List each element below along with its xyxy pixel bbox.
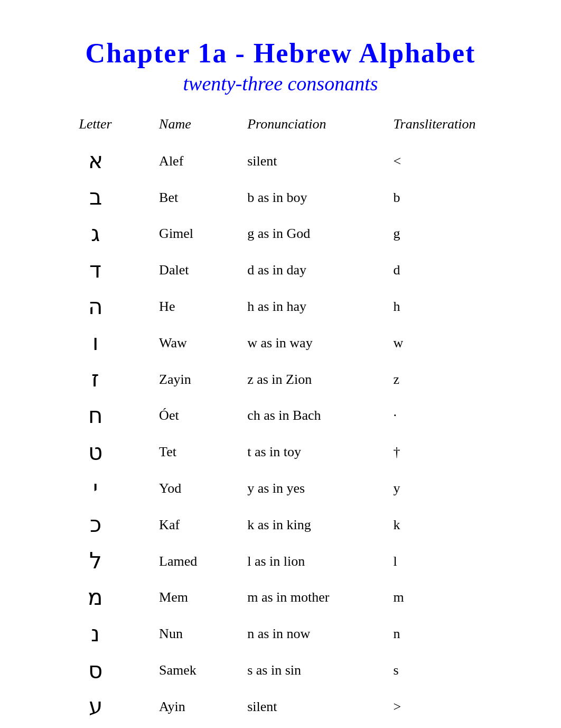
cell-letter: ו (32, 325, 138, 361)
cell-pronunciation: w as in way (237, 325, 382, 361)
cell-letter: י (32, 471, 138, 507)
table-row: נNunn as in nown (32, 616, 529, 652)
cell-name: Lamed (138, 543, 237, 579)
cell-name: Gimel (138, 216, 237, 252)
table-row: דDaletd as in dayd (32, 252, 529, 289)
table-row: מMemm as in motherm (32, 579, 529, 616)
cell-name: He (138, 289, 237, 325)
cell-letter: ז (32, 361, 138, 398)
table-row: זZayinz as in Zionz (32, 361, 529, 398)
subtitle: twenty-three consonants (32, 72, 529, 95)
cell-pronunciation: d as in day (237, 252, 382, 289)
cell-transliteration: y (383, 471, 529, 507)
cell-pronunciation: n as in now (237, 616, 382, 652)
cell-name: Dalet (138, 252, 237, 289)
cell-letter: ל (32, 543, 138, 579)
cell-letter: ב (32, 179, 138, 216)
cell-transliteration: k (383, 506, 529, 543)
main-title: Chapter 1a - Hebrew Alphabet (32, 37, 529, 70)
cell-letter: נ (32, 616, 138, 652)
cell-transliteration: w (383, 325, 529, 361)
cell-pronunciation: z as in Zion (237, 361, 382, 398)
cell-letter: ח (32, 398, 138, 434)
cell-pronunciation: m as in mother (237, 579, 382, 616)
cell-pronunciation: k as in king (237, 506, 382, 543)
cell-transliteration: > (383, 688, 529, 725)
cell-name: Samek (138, 652, 237, 689)
cell-letter: כ (32, 506, 138, 543)
table-row: עAyinsilent> (32, 688, 529, 725)
cell-name: Pe (138, 725, 237, 728)
cell-transliteration: · (383, 398, 529, 434)
cell-letter: ע (32, 688, 138, 725)
table-row: אAlefsilent< (32, 143, 529, 179)
cell-transliteration: d (383, 252, 529, 289)
table-row: בBetb as in boyb (32, 179, 529, 216)
cell-transliteration: p (383, 725, 529, 728)
cell-letter: מ (32, 579, 138, 616)
table-row: חÓetch as in Bach· (32, 398, 529, 434)
cell-letter: ג (32, 216, 138, 252)
cell-name: Waw (138, 325, 237, 361)
cell-pronunciation: h as in hay (237, 289, 382, 325)
cell-name: Alef (138, 143, 237, 179)
cell-transliteration: † (383, 434, 529, 471)
cell-letter: פ (32, 725, 138, 728)
table-row: הHeh as in hayh (32, 289, 529, 325)
cell-pronunciation: ch as in Bach (237, 398, 382, 434)
table-row: פPep as in pastorp (32, 725, 529, 728)
cell-transliteration: h (383, 289, 529, 325)
cell-pronunciation: silent (237, 143, 382, 179)
cell-transliteration: z (383, 361, 529, 398)
col-header-pronunciation: Pronunciation (237, 111, 382, 143)
cell-name: Zayin (138, 361, 237, 398)
table-header-row: Letter Name Pronunciation Transliteratio… (32, 111, 529, 143)
cell-name: Yod (138, 471, 237, 507)
cell-pronunciation: l as in lion (237, 543, 382, 579)
cell-pronunciation: g as in God (237, 216, 382, 252)
table-row: סSameks as in sins (32, 652, 529, 689)
page-header: Chapter 1a - Hebrew Alphabet twenty-thre… (32, 37, 529, 95)
alphabet-table: Letter Name Pronunciation Transliteratio… (32, 111, 529, 728)
cell-transliteration: < (383, 143, 529, 179)
cell-name: Óet (138, 398, 237, 434)
cell-pronunciation: silent (237, 688, 382, 725)
col-header-letter: Letter (32, 111, 138, 143)
table-row: גGimelg as in Godg (32, 216, 529, 252)
cell-transliteration: g (383, 216, 529, 252)
cell-letter: ט (32, 434, 138, 471)
table-row: וWaww as in wayw (32, 325, 529, 361)
cell-pronunciation: t as in toy (237, 434, 382, 471)
cell-letter: ה (32, 289, 138, 325)
cell-letter: ד (32, 252, 138, 289)
cell-transliteration: b (383, 179, 529, 216)
cell-pronunciation: b as in boy (237, 179, 382, 216)
cell-transliteration: l (383, 543, 529, 579)
table-row: כKafk as in kingk (32, 506, 529, 543)
cell-name: Mem (138, 579, 237, 616)
col-header-transliteration: Transliteration (383, 111, 529, 143)
table-row: לLamedl as in lionl (32, 543, 529, 579)
cell-name: Kaf (138, 506, 237, 543)
cell-name: Nun (138, 616, 237, 652)
cell-pronunciation: p as in pastor (237, 725, 382, 728)
cell-transliteration: s (383, 652, 529, 689)
cell-name: Ayin (138, 688, 237, 725)
table-row: יYody as in yesy (32, 471, 529, 507)
cell-letter: ס (32, 652, 138, 689)
cell-pronunciation: s as in sin (237, 652, 382, 689)
table-row: טTett as in toy† (32, 434, 529, 471)
cell-transliteration: n (383, 616, 529, 652)
cell-pronunciation: y as in yes (237, 471, 382, 507)
cell-letter: א (32, 143, 138, 179)
cell-name: Tet (138, 434, 237, 471)
col-header-name: Name (138, 111, 237, 143)
cell-name: Bet (138, 179, 237, 216)
cell-transliteration: m (383, 579, 529, 616)
